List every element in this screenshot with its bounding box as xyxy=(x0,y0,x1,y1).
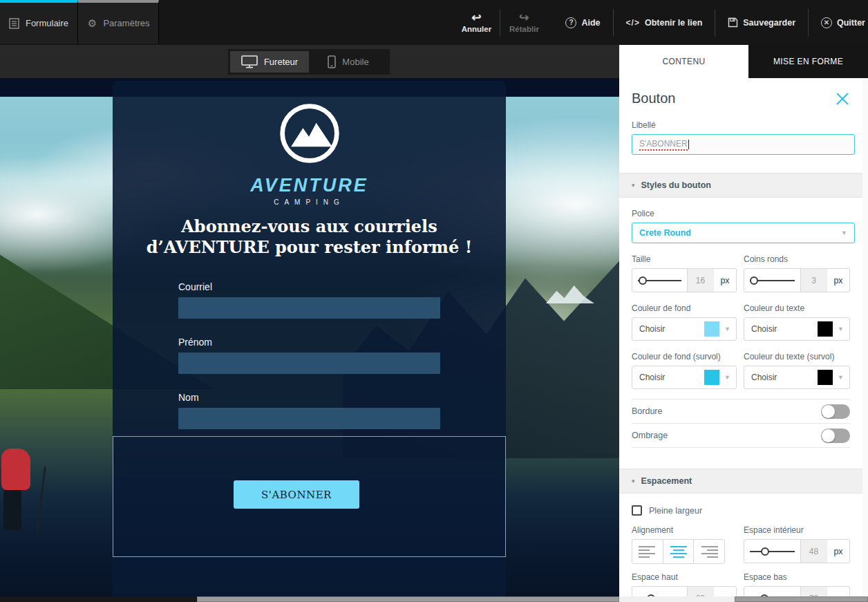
top-toolbar: Formulaire ⚙ Paramètres ↩ Annuler ↪ Réta… xyxy=(0,0,868,45)
espace-interieur-slider[interactable] xyxy=(744,540,800,563)
pleine-largeur-checkbox[interactable] xyxy=(632,505,642,516)
code-icon: </> xyxy=(626,18,640,28)
scrollbar-thumb[interactable] xyxy=(197,596,619,602)
firstname-field[interactable] xyxy=(178,352,440,374)
couleur-texte-survol-label: Couleur du texte (survol) xyxy=(744,352,850,361)
espace-interieur-value[interactable]: 48 xyxy=(800,540,827,563)
chevron-down-icon: ▼ xyxy=(841,229,847,236)
save-label: Sauvegarder xyxy=(743,18,795,28)
device-bar: Fureteur Mobile xyxy=(0,45,619,78)
police-select[interactable]: Crete Round ▼ xyxy=(632,223,855,243)
scrollbar-track[interactable] xyxy=(619,596,735,602)
align-center-button[interactable] xyxy=(663,540,695,563)
mountain-logo-icon xyxy=(276,100,343,167)
email-field-label: Courriel xyxy=(178,281,440,292)
coins-ronds-slider[interactable] xyxy=(744,269,800,292)
lastname-field-label: Nom xyxy=(178,392,440,403)
form-heading: Abonnez-vous aux courriels d’AVENTURE po… xyxy=(113,216,506,258)
settings-panel: CONTENU MISE EN FORME Bouton Libellé S'A… xyxy=(619,45,868,602)
toolbar-actions: ↩ Annuler ↪ Rétablir ? Aide </> Obtenir … xyxy=(453,0,868,45)
pleine-largeur-label: Pleine largeur xyxy=(649,506,702,516)
scrollbar-thumb[interactable] xyxy=(735,596,868,602)
taille-slider[interactable] xyxy=(632,269,687,292)
undo-icon: ↩ xyxy=(471,12,481,23)
form-heading-line1: Abonnez-vous aux courriels xyxy=(113,216,506,237)
coins-ronds-control: 3 px xyxy=(744,268,850,292)
couleur-texte-label: Couleur du texte xyxy=(744,303,850,313)
tab-mise-en-forme[interactable]: MISE EN FORME xyxy=(748,45,868,78)
align-right-button[interactable] xyxy=(694,540,724,563)
chevron-down-icon: ▼ xyxy=(724,326,730,332)
coins-ronds-value[interactable]: 3 xyxy=(800,269,827,292)
tab-formulaire[interactable]: Formulaire xyxy=(0,0,78,44)
tab-contenu[interactable]: CONTENU xyxy=(619,45,748,78)
couleur-texte-picker[interactable]: Choisir ▼ xyxy=(744,317,850,341)
redo-label: Rétablir xyxy=(509,25,539,33)
couleur-fond-survol-picker[interactable]: Choisir ▼ xyxy=(632,366,737,389)
device-browser-button[interactable]: Fureteur xyxy=(230,51,309,73)
help-icon: ? xyxy=(565,17,576,28)
section-espacement[interactable]: ▾ Espacement xyxy=(619,469,862,493)
color-swatch xyxy=(818,370,833,385)
get-link-button[interactable]: </> Obtenir le lien xyxy=(614,18,715,28)
app-window: Formulaire ⚙ Paramètres ↩ Annuler ↪ Réta… xyxy=(0,0,868,602)
collapse-triangle-icon: ▾ xyxy=(632,478,635,485)
selected-button-block[interactable]: S'ABONNER xyxy=(113,436,506,557)
chevron-down-icon: ▼ xyxy=(838,326,844,332)
ombrage-toggle[interactable] xyxy=(821,429,850,443)
libelle-value: S'ABONNER xyxy=(639,139,688,151)
coins-ronds-unit: px xyxy=(827,269,849,292)
panel-tabs: CONTENU MISE EN FORME xyxy=(619,45,868,78)
hiker-figure xyxy=(1,449,50,538)
couleur-fond-survol-label: Couleur de fond (survol) xyxy=(632,352,744,361)
quit-button[interactable]: ✕ Quitter xyxy=(809,17,868,28)
bordure-toggle[interactable] xyxy=(821,404,850,419)
get-link-label: Obtenir le lien xyxy=(645,18,702,28)
device-toggle: Fureteur Mobile xyxy=(228,49,390,75)
close-icon[interactable] xyxy=(835,91,850,106)
libelle-input[interactable]: S'ABONNER xyxy=(632,134,855,155)
couleur-texte-survol-picker[interactable]: Choisir ▼ xyxy=(744,366,850,389)
chevron-down-icon: ▼ xyxy=(838,374,844,381)
lastname-field[interactable] xyxy=(178,408,440,429)
form-fields: Courriel Prénom Nom xyxy=(178,281,440,447)
espace-interieur-unit: px xyxy=(827,540,849,563)
espace-haut-label: Espace haut xyxy=(632,572,744,582)
panel-body: Bouton Libellé S'ABONNER ▾ Styles du bou… xyxy=(619,78,868,602)
color-swatch xyxy=(704,321,719,337)
scrollbar-track[interactable] xyxy=(0,596,197,602)
align-left-button[interactable] xyxy=(632,540,663,563)
horizontal-scrollbar[interactable] xyxy=(0,596,868,602)
color-swatch xyxy=(704,370,719,385)
couleur-fond-picker[interactable]: Choisir ▼ xyxy=(632,317,737,341)
form-document-icon xyxy=(9,18,20,29)
taille-value[interactable]: 16 xyxy=(687,269,713,292)
quit-icon: ✕ xyxy=(821,17,832,28)
device-mobile-label: Mobile xyxy=(342,57,368,67)
firstname-field-label: Prénom xyxy=(178,337,440,348)
ombrage-label: Ombrage xyxy=(632,431,668,440)
form-heading-line2: d’AVENTURE pour rester informé ! xyxy=(113,237,506,258)
tab-parametres[interactable]: ⚙ Paramètres xyxy=(78,0,159,44)
libelle-label: Libellé xyxy=(632,120,850,130)
panel-title: Bouton xyxy=(632,91,675,106)
tab-formulaire-label: Formulaire xyxy=(26,18,68,28)
help-label: Aide xyxy=(581,18,600,28)
espace-bas-label: Espace bas xyxy=(744,572,850,582)
redo-button[interactable]: ↪ Rétablir xyxy=(500,12,547,33)
espace-interieur-label: Espace intérieur xyxy=(744,525,850,535)
device-mobile-button[interactable]: Mobile xyxy=(309,51,388,73)
save-floppy-icon xyxy=(728,17,738,28)
save-button[interactable]: Sauvegarder xyxy=(715,17,808,28)
taille-label: Taille xyxy=(632,254,744,264)
brand-subtitle: CAMPING xyxy=(113,198,506,206)
email-field[interactable] xyxy=(178,297,440,319)
taille-control: 16 px xyxy=(632,268,737,292)
brand-logo: AVENTURE CAMPING xyxy=(113,100,506,206)
bordure-label: Bordure xyxy=(632,406,662,416)
alignement-label: Alignement xyxy=(632,525,744,535)
help-button[interactable]: ? Aide xyxy=(553,17,612,28)
subscribe-button[interactable]: S'ABONNER xyxy=(234,480,359,509)
section-styles-du-bouton[interactable]: ▾ Styles du bouton xyxy=(619,173,862,198)
undo-button[interactable]: ↩ Annuler xyxy=(453,12,500,33)
